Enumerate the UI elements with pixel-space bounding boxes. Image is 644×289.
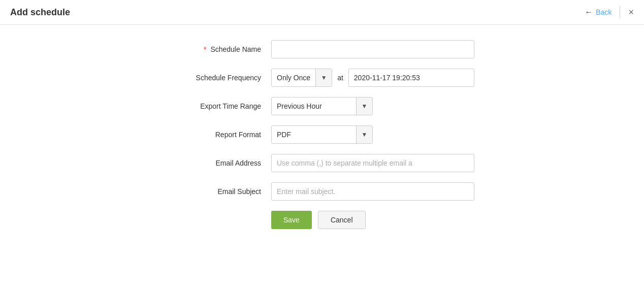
email-address-label: Email Address [170, 159, 271, 167]
schedule-frequency-row: Schedule Frequency Only Once ▼ at [170, 69, 474, 87]
schedule-name-control [271, 40, 474, 58]
schedule-name-label: * Schedule Name [170, 45, 271, 53]
schedule-frequency-control: Only Once ▼ at [271, 69, 474, 87]
schedule-name-row: * Schedule Name [170, 40, 474, 58]
report-format-row: Report Format PDF ▼ [170, 125, 474, 144]
report-format-select[interactable]: PDF ▼ [271, 125, 373, 144]
email-subject-row: Email Subject [170, 182, 474, 201]
save-button[interactable]: Save [271, 211, 312, 229]
frequency-dropdown-icon[interactable]: ▼ [315, 69, 332, 86]
report-format-label: Report Format [170, 131, 271, 139]
header-right: ← Back × [585, 6, 634, 18]
back-link[interactable]: ← Back [585, 8, 611, 17]
cancel-button[interactable]: Cancel [318, 211, 366, 229]
back-label: Back [596, 8, 611, 16]
time-range-dropdown-icon[interactable]: ▼ [356, 98, 372, 115]
frequency-select[interactable]: Only Once ▼ [271, 69, 332, 87]
schedule-name-input[interactable] [271, 40, 474, 58]
required-star: * [204, 45, 206, 53]
frequency-row: Only Once ▼ at [271, 69, 474, 87]
email-subject-control [271, 182, 474, 201]
action-buttons: Save Cancel [271, 211, 474, 229]
form-area: * Schedule Name Schedule Frequency Only … [0, 25, 644, 289]
header: Add schedule ← Back × [0, 0, 644, 25]
report-format-dropdown-icon[interactable]: ▼ [356, 126, 372, 143]
export-time-range-label: Export Time Range [170, 102, 271, 110]
frequency-value: Only Once [272, 74, 315, 82]
time-range-select[interactable]: Previous Hour ▼ [271, 97, 373, 115]
back-arrow-icon: ← [585, 8, 593, 17]
time-range-value: Previous Hour [272, 102, 356, 110]
at-label: at [337, 74, 343, 82]
buttons-control: Save Cancel [271, 211, 474, 229]
header-divider [620, 6, 620, 18]
email-address-control [271, 154, 474, 172]
email-address-input[interactable] [271, 154, 474, 172]
schedule-frequency-label: Schedule Frequency [170, 74, 271, 82]
page-container: Add schedule ← Back × * Schedule Name [0, 0, 644, 289]
report-format-control: PDF ▼ [271, 125, 474, 144]
form-inner: * Schedule Name Schedule Frequency Only … [170, 40, 474, 229]
email-address-row: Email Address [170, 154, 474, 172]
page-title: Add schedule [10, 7, 70, 18]
report-format-value: PDF [272, 131, 356, 139]
email-subject-input[interactable] [271, 182, 474, 201]
export-time-range-row: Export Time Range Previous Hour ▼ [170, 97, 474, 115]
buttons-row: Save Cancel [170, 211, 474, 229]
export-time-range-control: Previous Hour ▼ [271, 97, 474, 115]
email-subject-label: Email Subject [170, 187, 271, 196]
datetime-input[interactable] [348, 69, 474, 87]
close-button[interactable]: × [628, 8, 634, 17]
